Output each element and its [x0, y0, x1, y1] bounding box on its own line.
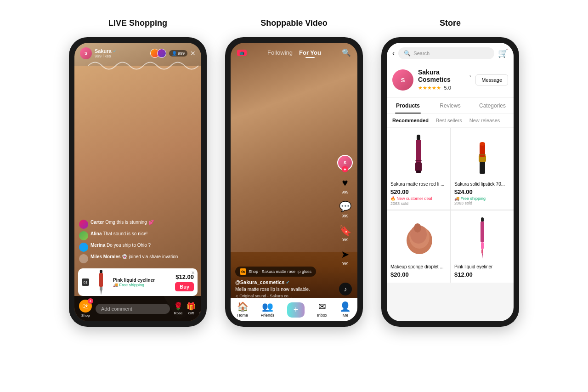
- rose-action[interactable]: 🌹 Rose: [174, 302, 183, 315]
- product-img-4: [454, 215, 510, 261]
- live-viewers-avatars: [150, 49, 166, 58]
- live-bottom-bar: 🛍 4 Shop 🌹 Rose 🎁: [74, 296, 201, 321]
- tiktok-logo: ♪: [339, 283, 352, 295]
- shop-icon: 🛍 4: [79, 300, 92, 312]
- filter-bar: Recommended Best sellers New releases: [387, 114, 514, 127]
- shop-tag-icon: 🛍: [240, 268, 246, 275]
- brand-chevron-icon: ›: [469, 73, 471, 79]
- newreleases-filter[interactable]: New releases: [469, 118, 500, 123]
- video-topbar: 📺 Following For You 🔍: [231, 43, 357, 61]
- home-nav-item[interactable]: 🏠 Home: [237, 301, 249, 318]
- live-topbar: S Sakura ✓ 999 likes: [74, 43, 201, 62]
- product-price-3: $20.00: [390, 271, 446, 278]
- brand-rating-value: 5.0: [444, 85, 451, 91]
- video-bottom-info: 🛍 Shop · Sakura matte rose lip gloss @Sa…: [235, 267, 332, 299]
- products-tab[interactable]: Products: [387, 98, 429, 114]
- rose-icon: 🌹: [174, 302, 183, 311]
- svg-rect-18: [481, 222, 484, 242]
- bottom-actions: 🌹 Rose 🎁 Gift ↗ Share: [174, 302, 201, 315]
- product-name: Pink liquid eyeliner: [113, 278, 171, 283]
- svg-rect-3: [417, 135, 420, 140]
- categories-tab[interactable]: Categories: [471, 98, 514, 114]
- product-image-eyeliner: [93, 272, 109, 292]
- live-user-info: S Sakura ✓ 999 likes: [80, 47, 117, 59]
- video-sound-info: ♫ Original sound - Sakura co...: [235, 294, 332, 298]
- create-nav-item[interactable]: +: [287, 302, 305, 318]
- product-cell-4: Pink liquid eyeliner $12.00: [451, 210, 514, 283]
- product-close-button[interactable]: ✕: [191, 270, 195, 275]
- message-button[interactable]: Message: [475, 74, 508, 85]
- shop-product-tag[interactable]: 🛍 Shop · Sakura matte rose lip gloss: [235, 267, 316, 277]
- brand-info: Sakura Cosmetics › ★★★★★ 5.0: [418, 68, 471, 91]
- product-cell-3: Makeup sponge droplet ... $20.00: [387, 210, 450, 283]
- live-close-button[interactable]: ✕: [190, 50, 196, 57]
- comment-icon: 💬: [339, 201, 351, 213]
- reviews-tab[interactable]: Reviews: [429, 98, 471, 114]
- shop-tag-text: Shop · Sakura matte rose lip gloss: [249, 269, 311, 274]
- product-cell-1: Sakura matte rose red li ... $20.00 New …: [387, 128, 450, 210]
- store-title: Store: [440, 18, 461, 28]
- svg-rect-17: [481, 217, 484, 222]
- live-background: S Sakura ✓ 999 likes: [74, 43, 201, 321]
- video-navbar: 🏠 Home 👥 Friends + ✉ Inbox: [231, 298, 357, 321]
- live-host-avatar[interactable]: S: [80, 47, 92, 59]
- main-container: LIVE Shopping S: [9, 18, 579, 327]
- product-img-2: [454, 132, 510, 178]
- product-shipping-2: Free shipping: [454, 196, 510, 201]
- share-video-icon: ➤: [341, 249, 349, 261]
- inbox-nav-item[interactable]: ✉ Inbox: [317, 301, 327, 318]
- brand-logo: S: [392, 69, 413, 91]
- me-nav-item[interactable]: 👤 Me: [339, 301, 351, 318]
- phone-live-screen: S Sakura ✓ 999 likes: [74, 43, 201, 321]
- live-username: Sakura: [95, 48, 112, 54]
- product-img-3: [390, 215, 446, 261]
- creator-avatar[interactable]: S +: [337, 155, 353, 170]
- share-action[interactable]: ↗ Share: [199, 302, 201, 315]
- svg-rect-6: [416, 170, 421, 173]
- store-search-bar[interactable]: 🔍 Search: [398, 47, 494, 59]
- buy-button[interactable]: Buy: [175, 282, 194, 291]
- product-sold-1: 2063 sold: [390, 201, 446, 206]
- live-top-right: 👤 999 ✕: [150, 49, 196, 58]
- brand-name: Sakura Cosmetics ›: [418, 68, 471, 83]
- comment-avatar-4: [79, 254, 88, 263]
- store-brand-section: S Sakura Cosmetics › ★★★★★ 5.0 Message: [387, 63, 514, 97]
- video-creator-name[interactable]: @Sakura_cosmetics ✓: [235, 279, 332, 285]
- bestsellers-filter[interactable]: Best sellers: [436, 118, 462, 123]
- shop-badge: 4: [88, 298, 93, 304]
- video-right-actions: S + ♥ 999 💬 999 🔖 999: [337, 155, 353, 266]
- shoppable-video-title: Shoppable Video: [260, 18, 328, 28]
- svg-rect-5: [415, 162, 422, 171]
- lipstick-svg: [473, 135, 492, 176]
- inbox-icon: ✉: [318, 301, 326, 312]
- brand-rating-row: ★★★★★ 5.0: [418, 83, 471, 91]
- comment-action[interactable]: 💬 999: [339, 201, 351, 218]
- search-icon[interactable]: 🔍: [342, 48, 351, 57]
- comment-input[interactable]: [96, 304, 170, 314]
- bookmark-action[interactable]: 🔖 999: [339, 225, 351, 242]
- like-action[interactable]: ♥ 999: [341, 177, 348, 194]
- back-button[interactable]: ‹: [392, 49, 395, 57]
- comment-avatar-3: [79, 243, 88, 252]
- cart-icon[interactable]: 🛒: [498, 48, 508, 58]
- video-background: 📺 Following For You 🔍 S +: [231, 43, 357, 321]
- svg-point-16: [414, 223, 421, 233]
- for-you-tab[interactable]: For You: [299, 49, 321, 56]
- gift-action[interactable]: 🎁 Gift: [187, 302, 196, 315]
- comment-text-4: Miles Morales 👻 joined via share invatio…: [90, 254, 178, 259]
- search-icon: 🔍: [404, 50, 411, 57]
- video-nav-tabs: Following For You: [267, 49, 321, 56]
- friends-nav-item[interactable]: 👥 Friends: [261, 301, 275, 318]
- store-tabs: Products Reviews Categories: [387, 98, 514, 114]
- shop-button[interactable]: 🛍 4 Shop: [79, 300, 92, 318]
- comment-text-2: Alina That sound is so nice!: [90, 231, 147, 236]
- create-button[interactable]: +: [287, 302, 305, 318]
- recommended-filter[interactable]: Recommended: [392, 118, 429, 123]
- following-tab[interactable]: Following: [267, 49, 293, 56]
- live-host-details: Sakura ✓ 999 likes: [95, 48, 117, 58]
- store-topbar: ‹ 🔍 Search 🛒: [387, 43, 514, 63]
- heart-icon: ♥: [342, 177, 348, 189]
- shoppable-video-column: Shoppable Video 📺 Following For You: [225, 18, 363, 327]
- share-video-action[interactable]: ➤ 999: [341, 249, 349, 266]
- product-name-1: Sakura matte rose red li ...: [390, 181, 446, 187]
